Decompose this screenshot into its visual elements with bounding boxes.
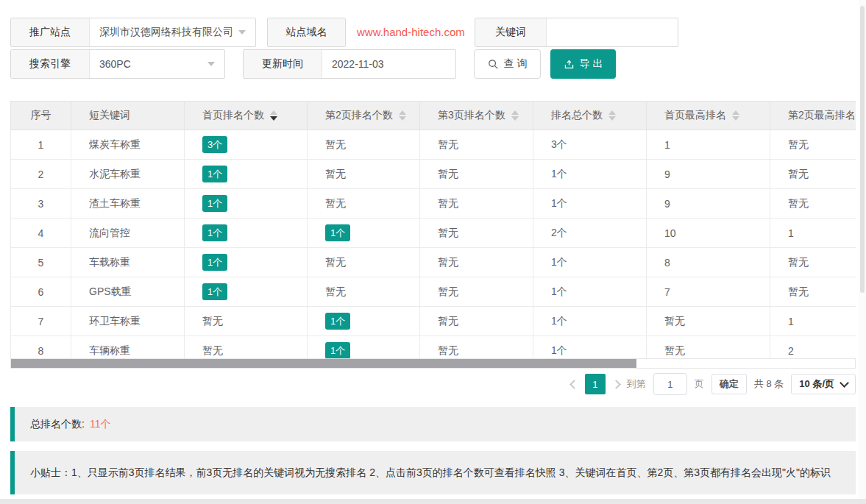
chevron-right-icon[interactable] <box>611 380 621 389</box>
search-icon <box>488 59 499 70</box>
chevron-left-icon[interactable] <box>569 380 579 389</box>
query-button-label: 查 询 <box>504 57 528 71</box>
rank-count-badge[interactable]: 1个 <box>202 195 227 212</box>
update-time-field[interactable]: 更新时间 2022-11-03 <box>243 49 456 79</box>
keyword-input[interactable] <box>547 18 689 46</box>
cell-page2_best: 1 <box>770 219 856 248</box>
column-header-page1_best[interactable]: 首页最高排名 <box>647 102 770 130</box>
cell-page2_best: 暂无 <box>770 160 856 189</box>
cell-total_count: 2个 <box>533 219 647 248</box>
page-bottom-strip <box>0 499 866 504</box>
rank-count-badge[interactable]: 1个 <box>325 313 350 330</box>
cell-page1_best: 9 <box>647 160 770 189</box>
cell-page1_best: 7 <box>647 277 770 307</box>
ranking-table: 序号短关键词首页排名个数第2页排名个数第3页排名个数排名总个数首页最高排名第2页… <box>10 101 856 366</box>
rank-count-badge[interactable]: 1个 <box>325 224 350 241</box>
confirm-button[interactable]: 确定 <box>711 374 747 394</box>
page-size-value: 10 条/页 <box>799 377 834 391</box>
export-icon <box>564 59 575 70</box>
cell-page2_best: 暂无 <box>770 248 856 277</box>
table-header-row: 序号短关键词首页排名个数第2页排名个数第3页排名个数排名总个数首页最高排名第2页… <box>11 102 856 130</box>
cell-keyword: 环卫车称重 <box>71 307 185 336</box>
sort-carets-icon[interactable] <box>732 110 739 121</box>
table-body: 1煤炭车称重3个暂无暂无3个1暂无2水泥车称重1个暂无暂无1个9暂无3渣土车称重… <box>11 130 856 366</box>
cell-page1_count: 1个 <box>185 248 308 277</box>
cell-page1_best: 暂无 <box>647 307 770 336</box>
sort-carets-icon[interactable] <box>270 110 277 121</box>
promotion-site-select[interactable]: 推广站点 深圳市汉德网络科技有限公司 <box>10 18 256 47</box>
cell-page1_count: 暂无 <box>185 307 308 336</box>
cell-keyword: 煤炭车称重 <box>71 130 185 160</box>
cell-keyword: 渣土车称重 <box>71 189 185 219</box>
cell-page3_count: 暂无 <box>420 307 533 336</box>
cell-page1_count: 3个 <box>185 130 308 160</box>
cell-total_count: 1个 <box>533 160 647 189</box>
cell-page3_count: 暂无 <box>420 277 533 307</box>
promotion-site-label: 推广站点 <box>11 18 90 46</box>
page-size-select[interactable]: 10 条/页 <box>791 374 856 394</box>
keyword-ranking-page: 推广站点 深圳市汉德网络科技有限公司 站点域名 www.hand-hitech.… <box>0 0 866 504</box>
table-row: 5车载称重1个暂无暂无1个8暂无 <box>11 248 856 277</box>
column-header-index: 序号 <box>11 102 71 130</box>
rank-count-badge[interactable]: 1个 <box>325 342 350 359</box>
cell-page2_count: 暂无 <box>308 248 420 277</box>
total-rank-summary: 总排名个数: 11个 <box>10 407 856 441</box>
sort-carets-icon[interactable] <box>399 110 406 121</box>
cell-page2_count: 暂无 <box>308 277 420 307</box>
goto-prefix-label: 到第 <box>627 377 646 391</box>
cell-index: 4 <box>11 219 71 248</box>
cell-index: 3 <box>11 189 71 219</box>
export-button[interactable]: 导 出 <box>550 49 616 79</box>
rank-count-badge[interactable]: 1个 <box>202 254 227 271</box>
chevron-down-icon <box>238 30 246 35</box>
cell-total_count: 3个 <box>533 130 647 160</box>
summary-label: 总排名个数: <box>30 418 85 431</box>
cell-page2_best: 暂无 <box>770 277 856 307</box>
column-header-page2_count[interactable]: 第2页排名个数 <box>308 102 420 130</box>
cell-total_count: 1个 <box>533 248 647 277</box>
search-engine-select[interactable]: 搜索引擎 360PC <box>10 49 225 79</box>
column-header-page1_count[interactable]: 首页排名个数 <box>185 102 308 130</box>
vertical-scrollbar-thumb[interactable] <box>860 6 865 293</box>
cell-keyword: 车载称重 <box>71 248 185 277</box>
keyword-label: 关键词 <box>475 18 547 46</box>
sort-carets-icon[interactable] <box>511 110 519 121</box>
cell-page3_count: 暂无 <box>420 130 533 160</box>
horizontal-scrollbar-thumb[interactable] <box>11 359 636 368</box>
cell-page1_count: 1个 <box>185 277 308 307</box>
query-button[interactable]: 查 询 <box>474 49 541 79</box>
sort-carets-icon[interactable] <box>608 110 616 121</box>
pagination: 1 到第 页 确定 共 8 条 10 条/页 <box>571 372 856 396</box>
cell-page1_best: 1 <box>647 130 770 160</box>
goto-page-input[interactable] <box>653 373 687 395</box>
update-time-label: 更新时间 <box>244 50 322 78</box>
table-row: 6GPS载重1个暂无暂无1个7暂无 <box>11 277 856 307</box>
column-header-page3_count[interactable]: 第3页排名个数 <box>420 102 533 130</box>
table-row: 1煤炭车称重3个暂无暂无3个1暂无 <box>11 130 856 160</box>
chevron-down-icon <box>207 62 215 66</box>
tips-text: 小贴士：1、只显示前3页排名结果，前3页无排名的关键词视为无搜索排名 2、点击前… <box>30 466 831 480</box>
column-header-total_count[interactable]: 排名总个数 <box>533 102 647 130</box>
cell-total_count: 1个 <box>533 189 647 219</box>
rank-count-badge[interactable]: 1个 <box>202 283 227 300</box>
summary-value: 11个 <box>90 418 111 431</box>
table-row: 7环卫车称重暂无1个暂无1个暂无1 <box>11 307 856 336</box>
cell-page1_count: 1个 <box>185 160 308 189</box>
cell-keyword: 水泥车称重 <box>71 160 185 189</box>
cell-page2_count: 1个 <box>308 219 420 248</box>
site-domain-value: www.hand-hitech.com <box>357 18 465 47</box>
keyword-filter: 关键词 <box>475 18 678 47</box>
rank-count-badge[interactable]: 1个 <box>202 166 227 182</box>
export-button-label: 导 出 <box>580 57 603 71</box>
column-header-page2_best[interactable]: 第2页最高排名 <box>770 102 856 130</box>
table-row: 2水泥车称重1个暂无暂无1个9暂无 <box>11 160 856 189</box>
vertical-scrollbar-track[interactable] <box>859 0 866 499</box>
tips-panel: 小贴士：1、只显示前3页排名结果，前3页无排名的关键词视为无搜索排名 2、点击前… <box>10 451 856 494</box>
update-time-value: 2022-11-03 <box>332 58 384 70</box>
rank-count-badge[interactable]: 3个 <box>202 136 227 153</box>
cell-index: 2 <box>11 160 71 189</box>
cell-index: 5 <box>11 248 71 277</box>
horizontal-scrollbar-track[interactable] <box>10 358 856 369</box>
page-number-button[interactable]: 1 <box>585 374 606 394</box>
rank-count-badge[interactable]: 1个 <box>202 224 227 241</box>
